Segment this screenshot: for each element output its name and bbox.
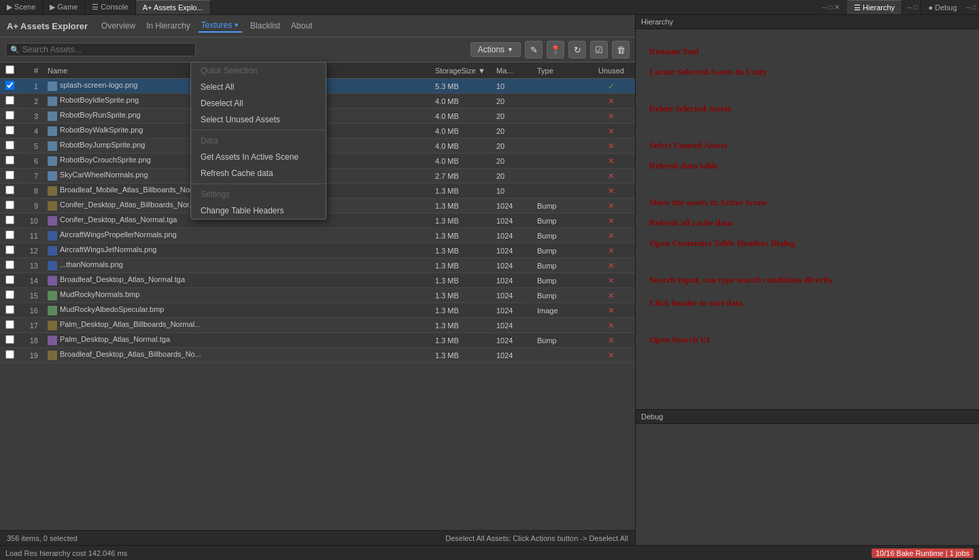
row-checkbox[interactable] (5, 156, 14, 164)
row-checkbox[interactable] (5, 275, 14, 284)
dropdown-change-headers[interactable]: Change Table Headers (191, 203, 326, 219)
nav-textures[interactable]: Textures ▼ (199, 19, 242, 33)
dropdown-select-all[interactable]: Select All (191, 79, 326, 95)
tab-scene[interactable]: ▶ Scene (0, 0, 43, 14)
row-name: Palm_Desktop_Atlas_Billboards_Normal... (44, 318, 431, 333)
row-checkbox-cell[interactable] (0, 258, 19, 273)
row-checkbox-cell[interactable] (0, 169, 19, 183)
file-type-icon (48, 171, 57, 181)
row-unused: ✕ (587, 198, 635, 213)
tab-debug[interactable]: ● Debug (921, 0, 963, 14)
row-checkbox-cell[interactable] (0, 198, 19, 213)
col-header-check[interactable] (0, 63, 19, 79)
delete-button[interactable]: 🗑 (612, 41, 630, 58)
search-input[interactable] (22, 45, 172, 54)
nav-about[interactable]: About (288, 20, 315, 32)
row-checkbox-cell[interactable] (0, 94, 19, 109)
row-checkbox-cell[interactable] (0, 228, 19, 243)
row-checkbox[interactable] (5, 260, 14, 269)
table-row[interactable]: 14 Broadleaf_Desktop_Atlas_Normal.tga 1.… (0, 273, 635, 288)
row-checkbox-cell[interactable] (0, 79, 19, 94)
row-unused: ✕ (587, 124, 635, 139)
col-header-maxsize[interactable]: Ma... (492, 63, 533, 79)
search-box[interactable]: 🔍 (5, 43, 196, 56)
col-header-num[interactable]: # (19, 63, 44, 79)
window-controls[interactable]: – □ ✕ (823, 3, 840, 11)
row-size: 1.3 MB (431, 318, 492, 333)
col-header-type[interactable]: Type (533, 63, 587, 79)
row-checkbox[interactable] (5, 81, 14, 90)
rename-button[interactable]: ✎ (525, 41, 543, 58)
row-checkbox-cell[interactable] (0, 183, 19, 198)
dropdown-deselect-all[interactable]: Deselect All (191, 95, 326, 111)
row-checkbox[interactable] (5, 305, 14, 314)
locate-button[interactable]: 📍 (547, 41, 564, 58)
tab-hierarchy[interactable]: ☰ Hierarchy (847, 0, 902, 14)
unused-x-icon: ✕ (608, 186, 615, 196)
row-checkbox[interactable] (5, 320, 14, 329)
row-checkbox[interactable] (5, 171, 14, 179)
row-checkbox[interactable] (5, 186, 14, 194)
row-checkbox-cell[interactable] (0, 109, 19, 124)
file-type-icon (48, 246, 57, 256)
row-checkbox-cell[interactable] (0, 124, 19, 139)
row-checkbox-cell[interactable] (0, 318, 19, 333)
col-header-size[interactable]: StorageSize ▼ (431, 63, 492, 79)
nav-blacklist[interactable]: Blacklist (247, 20, 283, 32)
nav-overview[interactable]: Overview (99, 20, 138, 32)
dropdown-sep-2 (191, 183, 326, 184)
row-checkbox-cell[interactable] (0, 303, 19, 318)
row-maxsize: 1024 (492, 333, 533, 348)
row-checkbox[interactable] (5, 215, 14, 224)
row-num: 18 (19, 333, 44, 348)
refresh-button[interactable]: ↻ (568, 41, 586, 58)
row-checkbox[interactable] (5, 96, 14, 105)
select-unused-button[interactable]: ☑ (590, 41, 608, 58)
annotation-delete: Delete Selected Assets (649, 100, 965, 118)
nav-hierarchy[interactable]: In Hierarchy (143, 20, 193, 32)
row-checkbox-cell[interactable] (0, 154, 19, 169)
actions-button[interactable]: Actions ▼ (470, 42, 521, 57)
table-row[interactable]: 15 MudRockyNormals.bmp 1.3 MB 1024 Bump … (0, 288, 635, 303)
table-row[interactable]: 19 Broadleaf_Desktop_Atlas_Billboards_No… (0, 348, 635, 363)
table-row[interactable]: 17 Palm_Desktop_Atlas_Billboards_Normal.… (0, 318, 635, 333)
dropdown-refresh-cache[interactable]: Refresh Cache data (191, 165, 326, 181)
row-checkbox[interactable] (5, 126, 14, 135)
file-type-icon (48, 82, 57, 91)
row-type (533, 139, 587, 154)
row-size: 1.3 MB (431, 333, 492, 348)
debug-controls[interactable]: – □ (964, 3, 979, 11)
dropdown-active-scene[interactable]: Get Assets In Active Scene (191, 149, 326, 165)
row-unused: ✕ (587, 288, 635, 303)
select-all-checkbox[interactable] (5, 65, 14, 74)
row-checkbox[interactable] (5, 245, 14, 254)
row-checkbox[interactable] (5, 335, 14, 344)
row-checkbox-cell[interactable] (0, 273, 19, 288)
dropdown-select-unused[interactable]: Select Unused Assets (191, 111, 326, 128)
tab-assets[interactable]: A+ Assets Explo... (136, 0, 211, 14)
debug-panel: Debug (636, 409, 979, 545)
tab-console[interactable]: ☰ Console (85, 0, 135, 14)
row-checkbox[interactable] (5, 200, 14, 209)
row-checkbox[interactable] (5, 230, 14, 239)
table-row[interactable]: 16 MudRockyAlbedoSpecular.bmp 1.3 MB 102… (0, 303, 635, 318)
table-row[interactable]: 12 AircraftWingsJetNormals.png 1.3 MB 10… (0, 243, 635, 258)
row-size: 1.3 MB (431, 273, 492, 288)
row-checkbox[interactable] (5, 350, 14, 359)
row-checkbox-cell[interactable] (0, 288, 19, 303)
row-checkbox-cell[interactable] (0, 243, 19, 258)
row-checkbox[interactable] (5, 290, 14, 299)
row-checkbox-cell[interactable] (0, 333, 19, 348)
table-row[interactable]: 18 Palm_Desktop_Atlas_Normal.tga 1.3 MB … (0, 333, 635, 348)
row-checkbox-cell[interactable] (0, 139, 19, 154)
row-maxsize: 1024 (492, 213, 533, 228)
row-checkbox[interactable] (5, 111, 14, 120)
col-header-unused[interactable]: Unused (587, 63, 635, 79)
row-checkbox-cell[interactable] (0, 348, 19, 363)
tab-game[interactable]: ▶ Game (43, 0, 85, 14)
row-checkbox[interactable] (5, 141, 14, 150)
table-row[interactable]: 11 AircraftWingsPropellerNormals.png 1.3… (0, 228, 635, 243)
hierarchy-controls[interactable]: – □ (905, 3, 920, 11)
row-checkbox-cell[interactable] (0, 213, 19, 228)
table-row[interactable]: 13 ...thanNormals.png 1.3 MB 1024 Bump ✕ (0, 258, 635, 273)
